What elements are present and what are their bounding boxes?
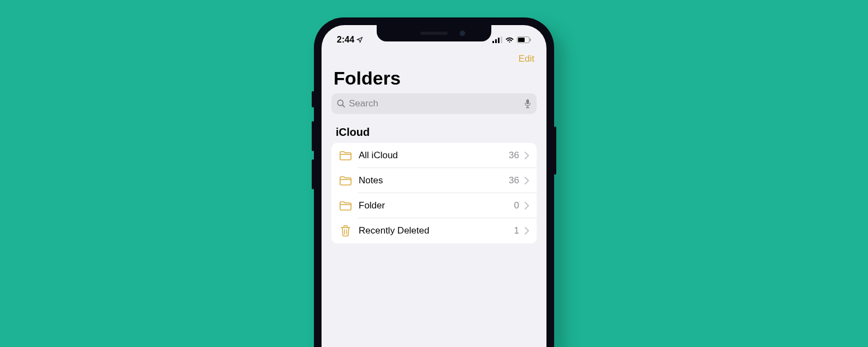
search-icon xyxy=(337,99,346,108)
folder-name: Notes xyxy=(359,175,509,186)
power-button xyxy=(554,127,556,175)
volume-up-button xyxy=(312,121,314,151)
dictation-icon[interactable] xyxy=(524,99,531,109)
svg-rect-1 xyxy=(495,39,497,43)
folder-row-folder[interactable]: Folder 0 xyxy=(331,193,537,218)
chevron-right-icon xyxy=(525,177,529,184)
svg-rect-9 xyxy=(526,99,529,104)
chevron-right-icon xyxy=(525,227,529,235)
edit-button[interactable]: Edit xyxy=(519,53,534,64)
notch xyxy=(377,25,491,41)
folder-count: 36 xyxy=(509,175,519,186)
svg-rect-5 xyxy=(518,38,525,42)
svg-rect-2 xyxy=(498,38,500,43)
chevron-right-icon xyxy=(525,152,529,159)
trash-icon xyxy=(339,225,352,237)
folder-row-recently-deleted[interactable]: Recently Deleted 1 xyxy=(331,218,537,243)
folder-row-all-icloud[interactable]: All iCloud 36 xyxy=(331,143,537,168)
folder-icon xyxy=(339,176,352,186)
nav-bar: Edit xyxy=(322,49,546,64)
phone-screen: 2:44 xyxy=(322,25,546,347)
folder-name: Recently Deleted xyxy=(359,225,514,236)
wifi-icon xyxy=(505,37,514,43)
folder-name: Folder xyxy=(359,200,514,211)
cellular-icon xyxy=(492,37,502,43)
folder-count: 1 xyxy=(514,225,519,236)
svg-line-8 xyxy=(343,105,345,107)
search-input[interactable]: Search xyxy=(331,93,537,114)
folder-count: 36 xyxy=(509,150,519,161)
silent-switch xyxy=(312,91,314,107)
chevron-right-icon xyxy=(525,202,529,210)
svg-rect-3 xyxy=(501,37,502,43)
folder-icon xyxy=(339,151,352,160)
folder-list: All iCloud 36 Notes 36 xyxy=(331,143,537,243)
location-icon xyxy=(356,37,363,43)
volume-down-button xyxy=(312,159,314,189)
search-placeholder: Search xyxy=(349,98,524,109)
status-time: 2:44 xyxy=(337,35,354,45)
phone-frame: 2:44 xyxy=(314,17,554,347)
battery-icon xyxy=(517,37,531,43)
folder-row-notes[interactable]: Notes 36 xyxy=(331,168,537,193)
folder-name: All iCloud xyxy=(359,150,509,161)
svg-rect-6 xyxy=(530,39,531,41)
page-title: Folders xyxy=(322,64,546,93)
svg-rect-0 xyxy=(492,41,494,43)
folder-icon xyxy=(339,201,352,211)
section-header-icloud: iCloud xyxy=(322,114,546,143)
folder-count: 0 xyxy=(514,200,519,211)
